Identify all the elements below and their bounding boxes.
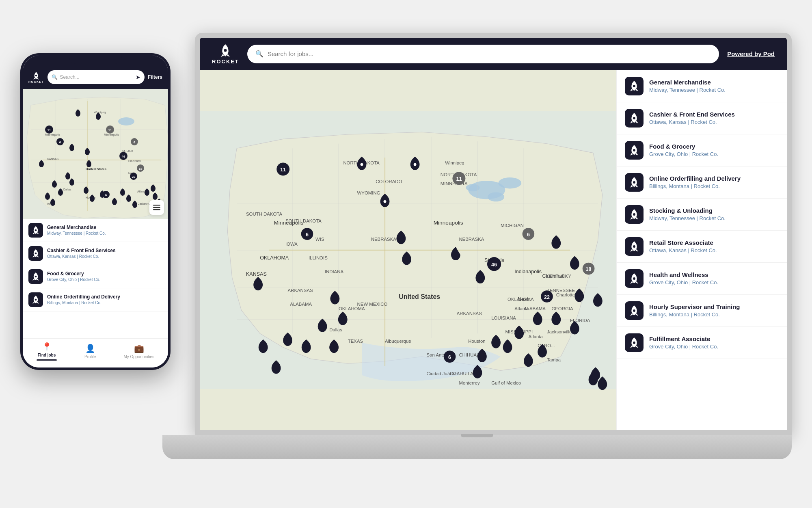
phone-job-item[interactable]: Cashier & Front End Services Ottawa, Kan… bbox=[23, 242, 168, 265]
svg-text:GEORGIA: GEORGIA bbox=[551, 306, 573, 311]
svg-text:Atlanta: Atlanta bbox=[528, 334, 543, 339]
job-info: Retail Store Associate Ottawa, Kansas | … bbox=[649, 239, 779, 253]
phone-job-location: Midway, Tennessee | Rocket Co. bbox=[47, 231, 106, 236]
job-location: Midway, Tennessee | Rocket Co. bbox=[649, 87, 779, 93]
laptop-search-input[interactable] bbox=[268, 50, 711, 57]
svg-text:ARKANSAS: ARKANSAS bbox=[288, 288, 313, 292]
svg-text:11: 11 bbox=[280, 167, 286, 173]
job-title: Food & Grocery bbox=[649, 143, 779, 150]
job-info: Stocking & Unloading Midway, Tennessee |… bbox=[649, 207, 779, 221]
svg-text:KANSAS: KANSAS bbox=[246, 271, 267, 277]
svg-point-88 bbox=[361, 163, 363, 166]
svg-text:SOUTH DAKOTA: SOUTH DAKOTA bbox=[246, 211, 282, 216]
svg-text:Albuquerque: Albuquerque bbox=[385, 339, 411, 344]
job-icon bbox=[625, 269, 644, 288]
phone-search-placeholder: Search... bbox=[60, 74, 80, 80]
svg-rect-143 bbox=[153, 209, 160, 210]
job-location: Grove City, Ohio | Rocket Co. bbox=[649, 344, 779, 350]
job-title: Hourly Supervisor and Training bbox=[649, 303, 779, 310]
svg-point-92 bbox=[633, 117, 635, 119]
job-title: Cashier & Front End Services bbox=[649, 111, 779, 118]
laptop-job-item[interactable]: Online Orderfilling and Delivery Billing… bbox=[617, 166, 787, 199]
laptop-job-item[interactable]: Cashier & Front End Services Ottawa, Kan… bbox=[617, 102, 787, 134]
svg-text:NEBRASKA: NEBRASKA bbox=[459, 237, 484, 242]
job-icon bbox=[625, 77, 644, 95]
phone-filters-button[interactable]: Filters bbox=[148, 74, 162, 80]
job-info: Fulfillment Associate Grove City, Ohio |… bbox=[649, 335, 779, 350]
nav-find-jobs[interactable]: 📍 Find jobs bbox=[37, 342, 57, 361]
job-info: Online Orderfilling and Delivery Billing… bbox=[649, 175, 779, 189]
nav-opportunities-icon: 💼 bbox=[134, 344, 144, 353]
laptop-logo: ROCKET bbox=[212, 43, 239, 65]
phone-job-info: Cashier & Front End Services Ottawa, Kan… bbox=[47, 248, 116, 259]
svg-text:Monterrey: Monterrey bbox=[459, 380, 480, 385]
svg-text:KANSAS: KANSAS bbox=[47, 158, 59, 160]
phone-job-info: Online Orderfilling and Delivery Billing… bbox=[47, 294, 120, 305]
job-info: Hourly Supervisor and Training Billings,… bbox=[649, 303, 779, 318]
svg-point-5 bbox=[488, 192, 504, 201]
svg-text:Gulf of Mexico: Gulf of Mexico bbox=[491, 380, 521, 385]
phone-send-icon: ➤ bbox=[136, 74, 140, 80]
job-location: Midway, Tennessee | Rocket Co. bbox=[649, 215, 779, 221]
phone-rocket-icon bbox=[32, 71, 41, 80]
svg-text:OKLAHOMA: OKLAHOMA bbox=[260, 255, 289, 260]
svg-rect-141 bbox=[153, 205, 160, 206]
laptop-base bbox=[162, 435, 792, 459]
svg-text:6: 6 bbox=[134, 141, 136, 144]
job-location: Ottawa, Kansas | Rocket Co. bbox=[649, 247, 779, 253]
job-title: Stocking & Unloading bbox=[649, 207, 779, 214]
svg-point-103 bbox=[118, 117, 134, 125]
laptop-search-bar[interactable]: 🔍 bbox=[247, 45, 719, 63]
laptop-job-item[interactable]: General Merchandise Midway, Tennessee | … bbox=[617, 70, 787, 102]
phone-job-item[interactable]: Online Orderfilling and Delivery Billing… bbox=[23, 288, 168, 311]
phone-job-title: Food & Grocery bbox=[47, 271, 100, 277]
phone-job-location: Ottawa, Kansas | Rocket Co. bbox=[47, 254, 116, 259]
svg-text:Tampa: Tampa bbox=[547, 357, 561, 362]
svg-text:6: 6 bbox=[306, 231, 309, 237]
laptop-screen-body: ROCKET 🔍 Powered by Pod bbox=[195, 33, 792, 435]
laptop-hinge-notch bbox=[461, 434, 493, 437]
job-location: Grove City, Ohio | Rocket Co. bbox=[649, 279, 779, 285]
svg-text:46: 46 bbox=[122, 155, 125, 158]
phone-job-item[interactable]: General Merchandise Midway, Tennessee | … bbox=[23, 219, 168, 242]
svg-rect-142 bbox=[153, 207, 160, 208]
laptop-job-item[interactable]: Fulfillment Associate Grove City, Ohio |… bbox=[617, 327, 787, 359]
laptop-job-item[interactable]: Health and Wellness Grove City, Ohio | R… bbox=[617, 263, 787, 295]
svg-text:ILLINOIS: ILLINOIS bbox=[309, 255, 328, 260]
phone-job-item[interactable]: Food & Grocery Grove City, Ohio | Rocket… bbox=[23, 265, 168, 288]
laptop-job-item[interactable]: Retail Store Associate Ottawa, Kansas | … bbox=[617, 231, 787, 263]
job-title: Retail Store Associate bbox=[649, 239, 779, 246]
laptop-header: ROCKET 🔍 Powered by Pod bbox=[200, 38, 787, 70]
laptop-job-item[interactable]: Hourly Supervisor and Training Billings,… bbox=[617, 295, 787, 327]
svg-text:MICHIGAN: MICHIGAN bbox=[501, 223, 524, 228]
laptop-search-icon: 🔍 bbox=[255, 50, 263, 58]
laptop-device: ROCKET 🔍 Powered by Pod bbox=[162, 33, 792, 459]
svg-text:ALABAMA: ALABAMA bbox=[290, 301, 312, 306]
svg-text:6: 6 bbox=[105, 193, 107, 197]
list-toggle-button[interactable] bbox=[149, 200, 164, 215]
map-svg: Minneapolis Minneapolis United States St… bbox=[200, 70, 616, 430]
svg-text:11: 11 bbox=[48, 128, 51, 132]
nav-profile[interactable]: 👤 Profile bbox=[84, 344, 96, 359]
phone-search-icon: 🔍 bbox=[52, 74, 58, 80]
phone-search-bar[interactable]: 🔍 Search... ➤ bbox=[48, 70, 145, 84]
svg-point-95 bbox=[633, 213, 635, 216]
powered-by: Powered by Pod bbox=[727, 50, 775, 57]
svg-point-90 bbox=[384, 200, 387, 203]
job-info: Cashier & Front End Services Ottawa, Kan… bbox=[649, 111, 779, 125]
phone-job-icon bbox=[28, 269, 43, 284]
svg-text:KENTUCKY: KENTUCKY bbox=[546, 274, 571, 279]
svg-point-97 bbox=[633, 277, 635, 280]
phone-map: Minneapolis Minneapolis United States KA… bbox=[23, 89, 168, 219]
laptop-job-item[interactable]: Stocking & Unloading Midway, Tennessee |… bbox=[617, 199, 787, 231]
phone-notch bbox=[69, 53, 122, 64]
laptop-job-item[interactable]: Food & Grocery Grove City, Ohio | Rocket… bbox=[617, 134, 787, 166]
svg-point-99 bbox=[633, 342, 635, 344]
svg-text:INDIANA: INDIANA bbox=[325, 269, 344, 274]
svg-text:Minneapolis: Minneapolis bbox=[434, 220, 463, 226]
nav-my-opportunities[interactable]: 💼 My Opportunities bbox=[123, 344, 154, 359]
laptop-job-list: General Merchandise Midway, Tennessee | … bbox=[616, 70, 787, 430]
job-icon bbox=[625, 205, 644, 224]
job-icon bbox=[625, 333, 644, 352]
svg-point-96 bbox=[633, 245, 635, 248]
